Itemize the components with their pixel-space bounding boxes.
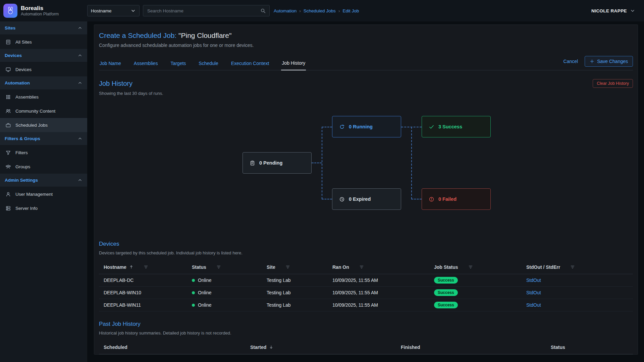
expired-label: 0 Expired	[349, 196, 371, 202]
funnel-icon	[5, 150, 11, 156]
chevron-up-icon	[77, 80, 83, 85]
failed-status-box: 0 Failed	[422, 188, 491, 210]
ran-on-cell: 10/09/2025, 11:55 AM	[332, 290, 434, 295]
tab-assemblies[interactable]: Assemblies	[133, 59, 159, 70]
breadcrumb-separator: ›	[299, 8, 301, 13]
job-status-cell: Success	[434, 289, 526, 296]
devices-col-job-status[interactable]: Job Status	[434, 264, 526, 270]
devices-subtitle: Devices targeted by this scheduled job. …	[99, 250, 633, 255]
breadcrumb: Automation › Scheduled Jobs › Edit Job	[274, 8, 359, 13]
sidebar-section-sites[interactable]: Sites	[0, 21, 87, 35]
devices-col-stdout[interactable]: StdOut / StdErr	[526, 264, 633, 270]
status-cell: Online	[192, 278, 267, 283]
tab-job-name[interactable]: Job Name	[99, 59, 122, 70]
sidebar-item-label: All Sites	[15, 40, 32, 45]
save-changes-label: Save Changes	[597, 59, 628, 64]
breadcrumb-edit-job[interactable]: Edit Job	[342, 8, 359, 13]
devices-col-ran-on[interactable]: Ran On	[332, 264, 434, 270]
top-bar: Borealis Automation Platform Hostname Au…	[0, 0, 644, 21]
sidebar-item-devices[interactable]: Devices	[0, 62, 87, 76]
past-col-finished[interactable]: Finished	[401, 345, 551, 350]
sidebar-item-label: Groups	[15, 164, 30, 169]
past-table-header: Scheduled Started Finished Status	[99, 340, 633, 354]
caret-down-icon	[130, 8, 136, 13]
page-title: Create a Scheduled Job: "Ping Cloudflare…	[99, 32, 633, 40]
expired-status-box: 0 Expired	[332, 188, 401, 210]
devices-table: Hostname Status Site Ran On	[99, 260, 633, 311]
sidebar-item-label: Assemblies	[15, 95, 39, 100]
sidebar-item-label: Devices	[15, 67, 32, 72]
sort-desc-icon[interactable]	[269, 345, 273, 349]
search-input[interactable]	[147, 8, 260, 14]
stdout-cell: StdOut	[526, 302, 633, 308]
table-row: DEEPLAB-WIN11 Online Testing Lab 10/09/2…	[99, 299, 633, 311]
tab-job-history[interactable]: Job History	[281, 58, 306, 70]
sidebar-item-assemblies[interactable]: Assemblies	[0, 90, 87, 104]
filter-icon[interactable]	[216, 265, 221, 269]
failed-label: 0 Failed	[438, 196, 457, 202]
status-badge: Success	[434, 289, 458, 296]
job-history-subtitle: Showing the last 30 days of runs.	[99, 91, 633, 96]
chevron-up-icon	[77, 53, 83, 58]
table-row: 10/09/2025, 11:54 AM 10/09/2025, 11:55 A…	[99, 354, 633, 355]
filter-icon[interactable]	[570, 265, 575, 269]
devices-col-status[interactable]: Status	[192, 264, 267, 270]
tab-schedule[interactable]: Schedule	[198, 59, 219, 70]
past-col-status[interactable]: Status	[551, 345, 633, 350]
sidebar-item-server-info[interactable]: Server Info	[0, 201, 87, 215]
filter-icon[interactable]	[468, 265, 473, 269]
site-cell: Testing Lab	[267, 278, 332, 283]
sidebar-item-filters[interactable]: Filters	[0, 145, 87, 160]
people-icon	[5, 108, 11, 114]
devices-heading: Devices	[99, 241, 633, 247]
stdout-link[interactable]: StdOut	[526, 302, 541, 308]
page-title-job-name: "Ping Cloudflare"	[178, 32, 232, 39]
devices-col-hostname[interactable]: Hostname	[99, 264, 192, 270]
cancel-button[interactable]: Cancel	[564, 59, 578, 64]
tab-actions: Cancel Save Changes	[564, 56, 633, 70]
sidebar-section-filters-groups[interactable]: Filters & Groups	[0, 132, 87, 145]
clock-icon	[339, 196, 345, 202]
sidebar-item-scheduled-jobs[interactable]: Scheduled Jobs	[0, 118, 87, 132]
tab-execution-context[interactable]: Execution Context	[230, 59, 270, 70]
sidebar-section-admin-settings[interactable]: Admin Settings	[0, 174, 87, 187]
stdout-link[interactable]: StdOut	[526, 278, 541, 283]
filter-icon[interactable]	[359, 265, 364, 269]
hostname-select[interactable]: Hostname	[87, 5, 140, 16]
past-col-started[interactable]: Started	[250, 345, 401, 350]
sidebar-item-label: Filters	[15, 150, 28, 155]
sidebar-section-automation[interactable]: Automation	[0, 76, 87, 90]
running-status-box: 0 Running	[332, 116, 401, 137]
status-cell: Online	[192, 290, 267, 295]
running-label: 0 Running	[349, 124, 373, 129]
grid-icon	[5, 94, 11, 100]
sidebar-item-user-management[interactable]: User Management	[0, 187, 87, 201]
stdout-link[interactable]: StdOut	[526, 290, 541, 295]
filter-icon[interactable]	[285, 265, 290, 269]
breadcrumb-scheduled-jobs[interactable]: Scheduled Jobs	[304, 8, 336, 13]
breadcrumb-automation[interactable]: Automation	[274, 8, 297, 13]
filter-icon[interactable]	[144, 265, 148, 269]
search-icon[interactable]	[260, 8, 266, 14]
table-row: DEEPLAB-DC Online Testing Lab 10/09/2025…	[99, 274, 633, 287]
devices-col-site[interactable]: Site	[267, 264, 332, 270]
section-label: Automation	[5, 80, 30, 85]
hostname-cell: DEEPLAB-WIN11	[99, 302, 192, 308]
user-menu[interactable]: NICOLE RAPPE	[591, 8, 635, 13]
clear-job-history-button[interactable]: Clear Job History	[593, 79, 633, 88]
save-changes-button[interactable]: Save Changes	[585, 56, 633, 67]
sidebar-item-community-content[interactable]: Community Content	[0, 104, 87, 118]
user-name: NICOLE RAPPE	[591, 8, 627, 13]
hostname-cell: DEEPLAB-DC	[99, 278, 192, 283]
past-col-scheduled[interactable]: Scheduled	[99, 345, 250, 350]
status-badge: Success	[434, 302, 458, 308]
sidebar-item-label: Community Content	[15, 109, 55, 114]
sidebar-item-groups[interactable]: Groups	[0, 160, 87, 174]
sidebar-section-devices[interactable]: Devices	[0, 49, 87, 62]
sidebar-item-all-sites[interactable]: All Sites	[0, 35, 87, 49]
sidebar: Sites All Sites Devices Devices Automati…	[0, 21, 87, 362]
sort-asc-icon[interactable]	[129, 265, 133, 269]
job-status-cell: Success	[434, 302, 526, 308]
tab-targets[interactable]: Targets	[170, 59, 186, 70]
search-box[interactable]	[143, 5, 270, 16]
